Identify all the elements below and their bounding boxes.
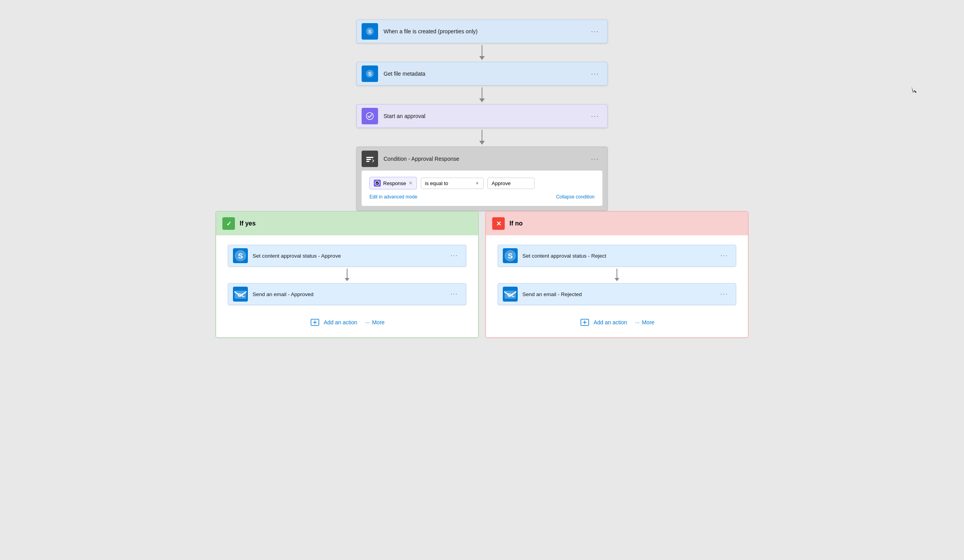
sub-arrow-yes-1 [345,267,349,283]
sub-step-set-approve-menu[interactable]: ··· [447,251,461,261]
sharepoint-icon-1: S [362,23,378,40]
sharepoint-icon-2: S [362,65,378,82]
sub-step-send-rejected-label: Send an email - Rejected [522,291,717,297]
more-yes-dots: ··· [365,319,370,325]
step-trigger-label: When a file is created (properties only) [384,28,588,35]
outlook-icon-approved: OL [233,287,248,302]
sub-step-send-rejected-menu[interactable]: ··· [717,289,731,299]
add-action-yes-button[interactable]: Add an action [309,317,357,328]
add-action-no-icon [579,317,590,328]
branch-no: ✕ If no S Set content approval status - … [485,211,749,338]
arrow-3 [479,128,485,147]
add-action-no-area: Add an action ··· More [579,317,654,328]
sub-arrow-head-no-1 [615,278,619,281]
condition-tag-label: Response [383,180,406,186]
sub-step-set-approve-label: Set content approval status - Approve [253,253,447,259]
sub-arrow-line-yes-1 [347,269,347,278]
condition-icon [362,151,378,167]
arrow-2 [479,85,485,104]
step-start-approval-label: Start an approval [384,113,588,119]
more-no-label: More [642,319,655,325]
svg-text:S: S [368,71,372,77]
edit-advanced-mode-link[interactable]: Edit in advanced mode [369,194,417,200]
condition-body: Response ✕ is equal to ▼ Approve Edit in… [362,171,602,206]
step-start-approval[interactable]: Start an approval ··· [356,104,608,128]
approval-icon [362,108,378,124]
condition-value[interactable]: Approve [487,178,535,189]
condition-card: Condition - Approval Response ··· Respon… [356,147,608,211]
sub-step-send-approved[interactable]: OL Send an email - Approved ··· [228,283,466,305]
add-action-no-button[interactable]: Add an action [579,317,627,328]
sub-step-set-reject-menu[interactable]: ··· [717,251,731,261]
arrow-line-2 [482,87,482,98]
svg-rect-7 [366,161,369,162]
branch-yes-content: S Set content approval status - Approve … [216,235,478,337]
add-action-no-label: Add an action [593,319,627,325]
sp-icon-reject: S [503,248,518,263]
sub-arrow-head-yes-1 [345,278,349,281]
arrow-head-1 [479,56,485,60]
condition-row: Response ✕ is equal to ▼ Approve [369,177,595,189]
condition-header[interactable]: Condition - Approval Response ··· [357,147,607,171]
add-action-yes-label: Add an action [324,319,357,325]
svg-text:S: S [508,252,513,260]
add-action-yes-area: Add an action ··· More [309,317,384,328]
svg-text:S: S [238,252,243,260]
svg-point-4 [366,113,373,120]
svg-text:S: S [368,29,372,35]
sub-arrow-line-no-1 [617,269,617,278]
more-yes-button[interactable]: ··· More [365,319,385,325]
outlook-icon-rejected: OL [503,287,518,302]
condition-operator-label: is equal to [425,180,448,186]
condition-tag-close[interactable]: ✕ [409,180,413,186]
condition-value-label: Approve [492,180,511,186]
canvas: S When a file is created (properties onl… [0,0,964,560]
condition-links: Edit in advanced mode Collapse condition [369,194,595,200]
sub-step-send-approved-menu[interactable]: ··· [447,289,461,299]
flow-main: S When a file is created (properties onl… [0,12,964,338]
condition-menu[interactable]: ··· [588,153,602,165]
step-get-metadata[interactable]: S Get file metadata ··· [356,62,608,85]
collapse-condition-link[interactable]: Collapse condition [556,194,595,200]
step-get-metadata-label: Get file metadata [384,71,588,77]
more-no-dots: ··· [635,319,640,325]
sub-step-send-rejected[interactable]: OL Send an email - Rejected ··· [498,283,736,305]
more-yes-label: More [372,319,385,325]
svg-rect-6 [366,159,371,160]
arrow-head-2 [479,98,485,102]
branch-yes-header: ✓ If yes [216,212,478,235]
arrow-1 [479,43,485,62]
branch-no-header: ✕ If no [486,212,748,235]
add-action-icon [309,317,320,328]
step-get-metadata-menu[interactable]: ··· [588,68,602,80]
branch-yes-label: If yes [240,220,256,227]
more-no-button[interactable]: ··· More [635,319,655,325]
arrow-head-3 [479,141,485,145]
sub-step-set-reject[interactable]: S Set content approval status - Reject ·… [498,245,736,267]
sp-icon-approve: S [233,248,248,263]
condition-tag-response[interactable]: Response ✕ [369,177,417,189]
sub-step-set-reject-label: Set content approval status - Reject [522,253,717,259]
condition-label: Condition - Approval Response [384,156,588,162]
svg-rect-5 [366,157,373,158]
branch-no-label: If no [509,220,523,227]
arrow-line-1 [482,45,482,56]
step-start-approval-menu[interactable]: ··· [588,111,602,122]
sub-arrow-no-1 [615,267,619,283]
branch-section: ✓ If yes S Set content approval status -… [215,211,749,338]
checkmark-icon: ✓ [222,217,235,230]
step-trigger[interactable]: S When a file is created (properties onl… [356,20,608,43]
x-icon: ✕ [492,217,505,230]
sub-step-set-approve[interactable]: S Set content approval status - Approve … [228,245,466,267]
condition-operator[interactable]: is equal to ▼ [421,178,484,189]
step-trigger-menu[interactable]: ··· [588,26,602,37]
chevron-down-icon: ▼ [475,181,479,185]
arrow-line-3 [482,130,482,141]
tag-icon [374,180,381,187]
branch-yes: ✓ If yes S Set content approval status -… [215,211,479,338]
sub-step-send-approved-label: Send an email - Approved [253,291,447,297]
svg-text:OL: OL [238,292,245,298]
branch-no-content: S Set content approval status - Reject ·… [486,235,748,337]
svg-text:OL: OL [507,292,515,298]
